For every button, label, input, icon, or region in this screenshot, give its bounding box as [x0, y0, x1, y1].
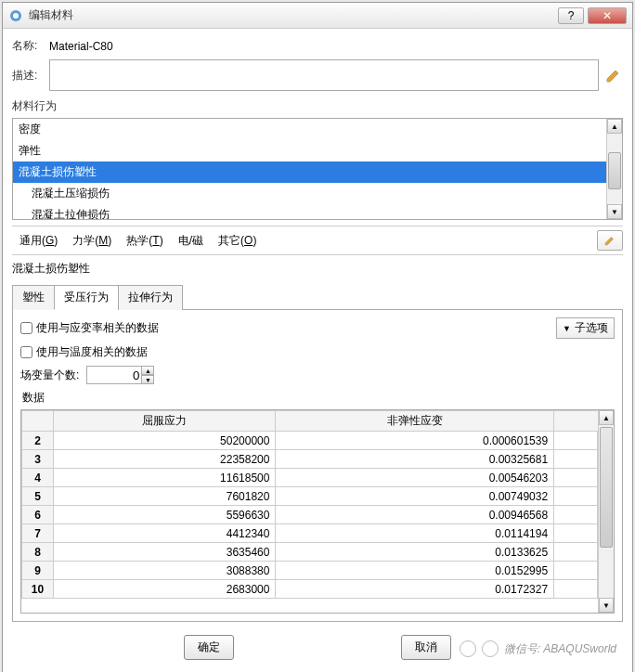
table-row[interactable]: 1026830000.0172327: [22, 580, 598, 599]
cell-inelastic-strain[interactable]: 0.00749032: [276, 487, 554, 506]
row-number: 4: [22, 469, 54, 487]
scroll-up-icon[interactable]: ▲: [607, 119, 622, 134]
behavior-item[interactable]: 混凝土拉伸损伤: [13, 204, 606, 219]
table-row[interactable]: 836354600.0133625: [22, 543, 598, 562]
row-number: 10: [22, 580, 54, 599]
edit-behavior-button[interactable]: [597, 230, 623, 251]
menu-mechanical[interactable]: 力学(M): [65, 231, 119, 251]
cell-inelastic-strain[interactable]: 0.0133625: [276, 543, 554, 562]
cancel-button[interactable]: 取消: [401, 635, 451, 660]
strain-rate-label: 使用与应变率相关的数据: [36, 320, 159, 336]
table-row[interactable]: 655966300.00946568: [22, 506, 598, 524]
help-button[interactable]: ?: [558, 7, 584, 24]
data-table-wrap: 屈服应力 非弹性应变 2502000000.000601539322358200…: [20, 409, 615, 614]
menu-general[interactable]: 通用(G): [12, 231, 65, 251]
row-number: 2: [22, 432, 54, 450]
table-row[interactable]: 4116185000.00546203: [22, 469, 598, 487]
tab[interactable]: 拉伸行为: [118, 285, 183, 310]
col-spacer: [554, 411, 598, 432]
table-row[interactable]: 576018200.00749032: [22, 487, 598, 506]
behaviors-scrollbar[interactable]: ▲ ▼: [606, 119, 622, 219]
scroll-thumb[interactable]: [608, 152, 621, 189]
description-label: 描述:: [12, 68, 49, 84]
rownum-header: [22, 411, 54, 432]
table-scrollbar[interactable]: ▲ ▼: [598, 410, 614, 613]
edit-description-icon[interactable]: [604, 66, 623, 84]
description-input[interactable]: [49, 59, 599, 91]
table-row[interactable]: 3223582000.00325681: [22, 450, 598, 469]
scroll-thumb[interactable]: [600, 427, 613, 548]
tab[interactable]: 受压行为: [54, 285, 119, 310]
spin-up-icon[interactable]: ▲: [141, 366, 154, 375]
row-number: 6: [22, 506, 54, 524]
data-label: 数据: [22, 390, 615, 406]
edit-material-dialog: 编辑材料 ? ✕ 名称: Material-C80 描述: 材料行为 密度弹性混…: [2, 2, 633, 672]
cell-yield-stress[interactable]: 7601820: [54, 487, 276, 506]
cell-inelastic-strain[interactable]: 0.00325681: [276, 450, 554, 469]
row-number: 5: [22, 487, 54, 506]
cell-yield-stress[interactable]: 3088380: [54, 562, 276, 580]
cell-inelastic-strain[interactable]: 0.0152995: [276, 562, 554, 580]
temperature-checkbox[interactable]: [20, 346, 32, 358]
cell-inelastic-strain[interactable]: 0.00946568: [276, 506, 554, 524]
data-table[interactable]: 屈服应力 非弹性应变 2502000000.000601539322358200…: [21, 410, 598, 599]
name-value: Material-C80: [49, 40, 623, 53]
close-button[interactable]: ✕: [588, 7, 627, 24]
temperature-label: 使用与温度相关的数据: [36, 344, 148, 360]
cell-yield-stress[interactable]: 50200000: [54, 432, 276, 450]
cell-yield-stress[interactable]: 5596630: [54, 506, 276, 524]
menu-electrical[interactable]: 电/磁: [171, 231, 211, 251]
behaviors-title: 材料行为: [12, 98, 623, 114]
titlebar[interactable]: 编辑材料 ? ✕: [3, 3, 632, 29]
row-number: 9: [22, 562, 54, 580]
behaviors-list: 密度弹性混凝土损伤塑性混凝土压缩损伤混凝土拉伸损伤 ▲ ▼: [12, 118, 623, 220]
subsection-title: 混凝土损伤塑性: [12, 261, 623, 277]
cell-yield-stress[interactable]: 11618500: [54, 469, 276, 487]
scroll-down-icon[interactable]: ▼: [607, 204, 622, 219]
suboptions-button[interactable]: ▼子选项: [556, 317, 615, 339]
cell-yield-stress[interactable]: 3635460: [54, 543, 276, 562]
table-row[interactable]: 930883800.0152995: [22, 562, 598, 580]
field-vars-label: 场变量个数:: [20, 368, 79, 383]
cell-yield-stress[interactable]: 4412340: [54, 524, 276, 543]
cell-yield-stress[interactable]: 2683000: [54, 580, 276, 599]
menu-thermal[interactable]: 热学(T): [119, 231, 170, 251]
behavior-item[interactable]: 密度: [13, 119, 606, 140]
tab[interactable]: 塑性: [12, 285, 55, 310]
tabs: 塑性受压行为拉伸行为: [12, 284, 623, 310]
cell-inelastic-strain[interactable]: 0.0172327: [276, 580, 554, 599]
name-label: 名称:: [12, 38, 49, 54]
field-vars-input[interactable]: [86, 366, 142, 384]
scroll-up-icon[interactable]: ▲: [599, 410, 614, 425]
strain-rate-checkbox[interactable]: [20, 322, 32, 334]
table-row[interactable]: 744123400.0114194: [22, 524, 598, 543]
row-number: 8: [22, 543, 54, 562]
behavior-item[interactable]: 混凝土压缩损伤: [13, 183, 606, 204]
cell-yield-stress[interactable]: 22358200: [54, 450, 276, 469]
table-row[interactable]: 2502000000.000601539: [22, 432, 598, 450]
cell-inelastic-strain[interactable]: 0.000601539: [276, 432, 554, 450]
category-menubar: 通用(G) 力学(M) 热学(T) 电/磁 其它(O): [12, 226, 623, 255]
row-number: 3: [22, 450, 54, 469]
behavior-item[interactable]: 混凝土损伤塑性: [13, 162, 606, 183]
ok-button[interactable]: 确定: [184, 635, 234, 660]
behavior-item[interactable]: 弹性: [13, 140, 606, 162]
cell-inelastic-strain[interactable]: 0.00546203: [276, 469, 554, 487]
col1-header: 屈服应力: [54, 411, 276, 432]
scroll-down-icon[interactable]: ▼: [599, 598, 614, 613]
svg-point-1: [13, 13, 19, 19]
menu-other[interactable]: 其它(O): [211, 231, 264, 251]
app-icon: [8, 8, 23, 23]
row-number: 7: [22, 524, 54, 543]
chevron-down-icon: ▼: [563, 324, 571, 333]
tab-panel: 使用与应变率相关的数据 ▼子选项 使用与温度相关的数据 场变量个数: ▲ ▼ 数…: [12, 310, 623, 622]
cell-inelastic-strain[interactable]: 0.0114194: [276, 524, 554, 543]
pencil-icon: [603, 234, 616, 247]
spin-down-icon[interactable]: ▼: [141, 375, 154, 384]
col2-header: 非弹性应变: [276, 411, 554, 432]
window-title: 编辑材料: [29, 7, 554, 23]
dialog-footer: 确定 取消: [12, 622, 623, 669]
